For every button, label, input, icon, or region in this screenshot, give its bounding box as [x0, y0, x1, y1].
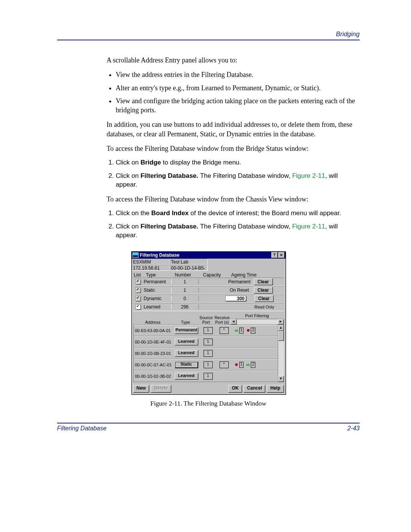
- device-mac-field: 00-00-1D-14-B5-E4: [170, 265, 208, 271]
- db-ageing: On Reset: [225, 288, 254, 293]
- titlebar[interactable]: Filtering Database ? ✕: [132, 252, 285, 259]
- source-port-box: 1: [204, 339, 213, 345]
- col-header-list: List: [133, 272, 145, 278]
- db-number: 1: [171, 288, 199, 293]
- new-button[interactable]: New: [133, 385, 150, 393]
- step-text: The Filtering Database window,: [198, 223, 292, 230]
- list-checkbox[interactable]: [135, 304, 141, 310]
- port-number: 2: [251, 328, 255, 334]
- port-filter-item[interactable]: ➪2: [246, 362, 255, 368]
- forward-arrow-icon: ➪: [246, 363, 250, 367]
- step-text-bold: Filtering Database.: [140, 223, 198, 230]
- db-row-dynamic: Dynamic 0 300 Clear: [133, 294, 284, 303]
- help-dialog-button[interactable]: Help: [267, 385, 284, 393]
- entry-type-button[interactable]: Learned: [175, 350, 198, 357]
- address-value: 00-00-1D-02-3B-02: [134, 374, 175, 379]
- db-row-permanent: Permanent 1 Permanent Clear: [133, 278, 284, 286]
- col-header-type: Type: [145, 272, 174, 278]
- entry-type-button[interactable]: Static: [175, 361, 198, 368]
- intro-paragraph: A scrollable Address Entry panel allows …: [107, 56, 360, 65]
- scroll-up-icon[interactable]: ▲: [278, 325, 284, 331]
- step-text-bold: Board Index: [151, 209, 189, 217]
- clear-button[interactable]: Clear: [254, 287, 273, 294]
- dialog-button-row: New Delete OK Cancel Help: [132, 383, 285, 394]
- col-header-source-port: SourcePort: [199, 315, 214, 324]
- entry-type-button[interactable]: Learned: [175, 339, 198, 345]
- address-row[interactable]: 00-00-1D-0B-23-01 Learned 1: [134, 348, 278, 359]
- address-row[interactable]: 00-00-0C-07-AC-01 Static 1 * ●1 ➪2: [134, 359, 278, 371]
- clear-button[interactable]: Clear: [254, 278, 273, 285]
- db-type: Learned: [144, 304, 171, 310]
- port-filtering-hscroll[interactable]: ◄ ►: [231, 319, 284, 324]
- port-filter-item[interactable]: ➪1: [235, 328, 244, 334]
- database-summary-section: List Type Number Capacity Ageing Time Pe…: [132, 271, 285, 312]
- step-text: Click on: [116, 223, 140, 230]
- readonly-label: Read Only: [254, 305, 275, 309]
- device-location-field: Test Lab: [170, 259, 208, 265]
- db-row-static: Static 1 On Reset Clear: [133, 286, 284, 294]
- db-row-learned: Learned 296 Read Only: [133, 303, 284, 311]
- col-header-number: Number: [174, 272, 202, 278]
- ok-button[interactable]: OK: [228, 385, 242, 393]
- list-checkbox[interactable]: [135, 279, 141, 285]
- address-list-vscroll[interactable]: ▲ ▼: [278, 325, 284, 382]
- address-list: 00-E0-63-00-0A-01 Permanent 1 * ➪1 ●2 00…: [134, 325, 278, 382]
- col-header-receive-port: ReceivePort (s): [214, 315, 231, 324]
- col-header-port-filtering: Port Filtering: [231, 313, 284, 318]
- system-menu-icon[interactable]: [132, 252, 139, 258]
- device-name-field: ESXMIM: [132, 259, 170, 265]
- port-filter-item[interactable]: ●1: [235, 362, 244, 368]
- scroll-thumb[interactable]: [278, 331, 284, 341]
- filtering-database-window: Filtering Database ? ✕ ESXMIM Test Lab 1…: [131, 251, 286, 395]
- block-dot-icon: ●: [246, 329, 250, 332]
- step-text: Click on the: [116, 209, 151, 217]
- address-row[interactable]: 00-00-1D-0E-4F-01 Learned 1: [134, 336, 278, 348]
- source-port-box: 1: [204, 327, 213, 334]
- footer-left: Filtering Database: [57, 425, 107, 432]
- figure-caption: Figure 2-11. The Filtering Database Wind…: [57, 400, 360, 407]
- step-text: Click on: [116, 172, 140, 179]
- source-port-box: 1: [204, 350, 213, 357]
- section-header: Bridging: [57, 30, 360, 38]
- port-number: 2: [251, 362, 255, 368]
- db-number: 296: [171, 304, 199, 310]
- entry-type-button[interactable]: Learned: [175, 373, 198, 380]
- step-item: Click on Filtering Database. The Filteri…: [116, 172, 360, 189]
- list-checkbox[interactable]: [135, 296, 141, 302]
- block-dot-icon: ●: [235, 363, 239, 367]
- close-button[interactable]: ✕: [278, 252, 285, 258]
- scroll-right-icon[interactable]: ►: [278, 319, 284, 324]
- address-value: 00-00-1D-0B-23-01: [134, 351, 175, 356]
- header-rule: [57, 40, 360, 40]
- col-header-entry-type: Type: [173, 320, 199, 324]
- port-filter-item[interactable]: ●2: [246, 328, 255, 334]
- port-number: 1: [239, 362, 244, 368]
- list-checkbox[interactable]: [135, 288, 141, 293]
- feature-bullets: View the address entries in the Filterin…: [107, 70, 360, 115]
- source-port-box: 1: [204, 361, 213, 368]
- step-text: The Filtering Database window,: [198, 172, 292, 179]
- step-item: Click on the Board Index of the device o…: [116, 209, 360, 218]
- source-port-box: 1: [204, 373, 213, 380]
- figure-reference: Figure 2-11: [292, 223, 325, 230]
- receive-port-box: *: [220, 361, 229, 368]
- device-ip-field: 172.19.56.61: [132, 265, 170, 271]
- cancel-button[interactable]: Cancel: [244, 385, 265, 393]
- col-header-ageing: Ageing Time: [231, 272, 261, 278]
- window-title: Filtering Database: [140, 252, 271, 258]
- col-header-address: Address: [133, 320, 173, 324]
- address-row[interactable]: 00-E0-63-00-0A-01 Permanent 1 * ➪1 ●2: [134, 325, 278, 336]
- db-number: 1: [171, 279, 199, 284]
- ageing-time-input[interactable]: 300: [225, 296, 247, 302]
- addition-paragraph: In addition, you can use buttons to add …: [107, 120, 360, 139]
- access2-paragraph: To access the Filtering Database window …: [107, 195, 360, 204]
- receive-port-box: *: [220, 327, 229, 334]
- scroll-down-icon[interactable]: ▼: [278, 376, 284, 382]
- help-button[interactable]: ?: [271, 252, 278, 258]
- bullet-item: View and configure the bridging action t…: [116, 96, 360, 115]
- clear-button[interactable]: Clear: [255, 295, 274, 302]
- entry-type-button[interactable]: Permanent: [175, 327, 198, 334]
- step-text: Click on: [116, 159, 140, 166]
- address-row[interactable]: 00-00-1D-02-3B-02 Learned 1: [134, 371, 278, 382]
- scroll-left-icon[interactable]: ◄: [231, 319, 237, 324]
